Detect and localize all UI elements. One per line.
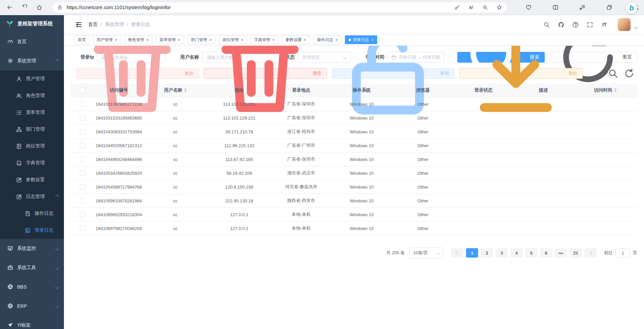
url-bar[interactable]: https://ccnetcore.com:1101/system/log/lo…	[52, 2, 507, 12]
tab-close-icon[interactable]: ×	[241, 38, 243, 42]
sidebar-item-yi-framework[interactable]: Yi框架	[0, 316, 64, 329]
sidebar-item-system[interactable]: 系统管理	[0, 51, 64, 70]
sidebar-item-user-mgmt[interactable]: 用户管理	[0, 70, 64, 87]
tab-字典管理[interactable]: 字典管理×	[250, 35, 279, 44]
cell-browser: Other	[392, 166, 454, 180]
tab-close-icon[interactable]: ×	[209, 38, 212, 42]
collections-icon[interactable]	[606, 4, 612, 10]
tab-close-icon[interactable]: ×	[371, 38, 374, 42]
breadcrumb-item[interactable]: 首页	[88, 22, 98, 28]
clear-button[interactable]: 清空	[204, 68, 327, 79]
tab-登录日志[interactable]: 登录日志×	[345, 35, 378, 44]
tab-close-icon[interactable]: ×	[178, 38, 180, 42]
tab-用户管理[interactable]: 用户管理×	[93, 35, 121, 44]
sort-carets-icon[interactable]	[614, 88, 617, 92]
search-icon[interactable]	[543, 22, 550, 28]
cell-select	[71, 139, 94, 153]
cell-time	[573, 180, 637, 194]
avatar-caret-icon[interactable]	[634, 25, 638, 29]
cell-user: cc	[143, 125, 207, 139]
sidebar-item-dept-mgmt[interactable]: 部门管理	[0, 121, 64, 138]
home-icon[interactable]	[36, 4, 42, 10]
user-avatar[interactable]	[618, 18, 631, 31]
bing-button[interactable]: b	[626, 2, 637, 14]
zoom-out-icon[interactable]	[482, 5, 488, 10]
delete-button: 删除	[76, 68, 199, 79]
url-text[interactable]: https://ccnetcore.com:1101/system/log/lo…	[67, 5, 454, 10]
pager-ellipsis[interactable]: •••	[555, 248, 567, 258]
row-checkbox[interactable]	[80, 143, 85, 148]
row-checkbox[interactable]	[80, 129, 85, 134]
table-row: 1641044993248464896cc113.87.92.165广东省-深圳…	[71, 153, 637, 166]
table-row: 1641044520567181312cc112.96.225.132广东省-广…	[71, 139, 637, 153]
tab-close-icon[interactable]: ×	[335, 38, 338, 42]
page-button-6[interactable]: 6	[540, 248, 552, 258]
sidebar-item-role-mgmt[interactable]: 角色管理	[0, 87, 64, 104]
key-icon[interactable]	[454, 5, 460, 10]
row-checkbox[interactable]	[80, 170, 85, 176]
search-icon	[608, 68, 618, 78]
table-row: 1641054566717984768cc120.6.150.158河北省-秦皇…	[71, 180, 637, 194]
back-icon[interactable]	[7, 4, 13, 10]
question-icon[interactable]	[572, 22, 579, 28]
browser-essentials-icon[interactable]	[526, 4, 532, 10]
sidebar-item-dict-mgmt[interactable]: 字典管理	[0, 155, 64, 171]
goto-page-input[interactable]	[615, 248, 630, 258]
read-aloud-icon[interactable]: A)	[468, 5, 474, 10]
page-button-2[interactable]: 2	[481, 248, 493, 258]
sidebar-item-log-mgmt[interactable]: 日志管理	[0, 188, 64, 205]
reload-icon[interactable]	[22, 4, 28, 10]
split-screen-icon[interactable]	[552, 4, 559, 10]
favorites-icon[interactable]	[579, 4, 585, 10]
page-button-21[interactable]: 21	[570, 248, 582, 258]
page-button-3[interactable]: 3	[496, 248, 508, 258]
sidebar-item-post-mgmt[interactable]: 岗位管理	[0, 138, 64, 155]
row-checkbox[interactable]	[80, 212, 85, 217]
tab-label: 角色管理	[128, 37, 144, 43]
github-icon[interactable]	[558, 22, 564, 28]
fullscreen-icon[interactable]	[587, 22, 593, 28]
tab-岗位管理[interactable]: 岗位管理×	[219, 35, 247, 44]
sidebar-item-erp[interactable]: ERP	[0, 296, 64, 316]
page-button-4[interactable]: 4	[510, 248, 523, 258]
refresh-table-button[interactable]	[624, 68, 635, 79]
sidebar-item-menu-mgmt[interactable]: 菜单管理	[0, 104, 64, 121]
sidebar-item-monitor[interactable]: 系统监控	[0, 239, 64, 258]
row-checkbox[interactable]	[80, 184, 85, 190]
tab-close-icon[interactable]: ×	[272, 38, 275, 42]
sidebar-item-param-settings[interactable]: 参数设置	[0, 171, 64, 188]
tab-close-icon[interactable]: ×	[304, 38, 307, 42]
page-button-5[interactable]: 5	[525, 248, 537, 258]
sidebar-item-tools[interactable]: 系统工具	[0, 258, 64, 277]
cell-status	[454, 180, 513, 194]
row-checkbox[interactable]	[80, 157, 85, 162]
tab-角色管理[interactable]: 角色管理×	[124, 35, 153, 44]
sidebar-item-login-log[interactable]: 登录日志	[0, 222, 64, 239]
tab-操作日志[interactable]: 操作日志×	[313, 35, 342, 44]
font-size-icon[interactable]: tT	[601, 22, 608, 28]
tab-菜单管理[interactable]: 菜单管理×	[156, 35, 184, 44]
sidebar-item-label: BBS	[17, 284, 27, 290]
tab-首页[interactable]: 首页	[74, 35, 90, 44]
tab-close-icon[interactable]: ×	[146, 38, 149, 42]
row-checkbox[interactable]	[80, 226, 85, 231]
sidebar-fold-icon[interactable]	[75, 21, 82, 28]
row-checkbox[interactable]	[80, 198, 85, 203]
tab-close-icon[interactable]: ×	[115, 38, 117, 42]
toggle-search-button[interactable]	[608, 68, 618, 79]
sidebar-item-op-log[interactable]: 操作日志	[0, 205, 64, 222]
lock-icon	[57, 5, 63, 10]
next-page-button[interactable]	[584, 248, 597, 258]
prev-page-button[interactable]	[451, 248, 463, 258]
sidebar-item-bbs[interactable]: BBS	[0, 277, 64, 296]
sidebar-item-home[interactable]: 首页	[0, 32, 64, 51]
export-button[interactable]: 导出	[460, 68, 583, 79]
favorite-star-icon[interactable]	[497, 5, 502, 10]
page-button-1[interactable]: 1	[466, 248, 478, 258]
cell-select	[71, 125, 94, 139]
sort-carets-icon[interactable]	[184, 88, 187, 92]
tab-参数设置[interactable]: 参数设置×	[282, 35, 310, 44]
tab-部门管理[interactable]: 部门管理×	[187, 35, 216, 44]
cell-status	[454, 222, 513, 235]
page-size-select[interactable]: 10条/页	[409, 248, 443, 258]
